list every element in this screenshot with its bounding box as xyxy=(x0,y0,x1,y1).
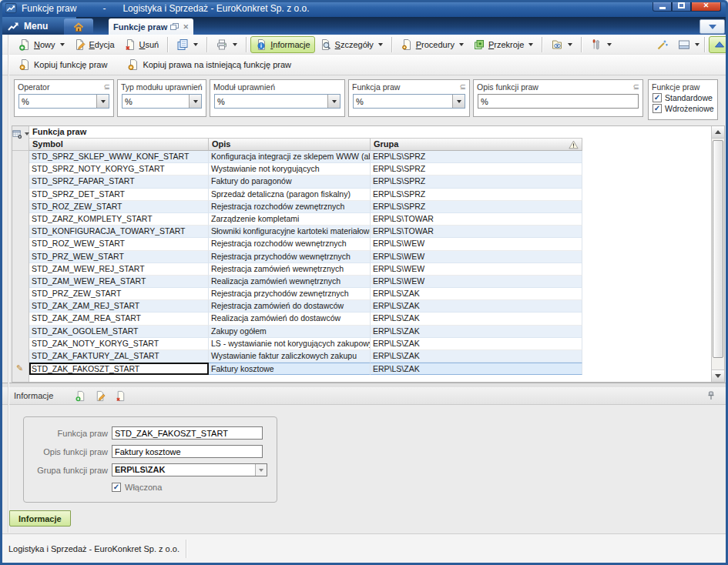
undock-tab-icon[interactable] xyxy=(170,23,178,30)
table-row[interactable]: STD_ZAK_FAKOSZT_STARTFaktury kosztoweERP… xyxy=(29,363,582,375)
chevron-down-icon[interactable] xyxy=(459,43,464,46)
dropdown-button[interactable] xyxy=(452,95,465,108)
grupa-funkcji-combo[interactable]: ERP\LS\ZAK xyxy=(112,463,267,476)
close-button[interactable]: ✕ xyxy=(691,0,721,12)
collapse-panel-button[interactable] xyxy=(709,36,728,53)
cell-symbol[interactable]: STD_ROZ_ZEW_START xyxy=(29,201,209,213)
cell-opis[interactable]: Sprzedaż detaliczna (paragon fiskalny) xyxy=(209,189,371,201)
module-filter-combo[interactable]: % xyxy=(214,94,341,109)
table-row[interactable]: STD_ZAK_OGOLEM_STARTZakupy ogółemERP\LS\… xyxy=(29,326,582,338)
home-tab[interactable] xyxy=(64,18,93,35)
tab-list-dropdown[interactable] xyxy=(699,19,725,34)
cell-symbol[interactable]: STD_SPRZ_NOTY_KORYG_START xyxy=(29,163,209,176)
column-header-grupa[interactable]: Grupa xyxy=(371,139,582,151)
grid-settings-button[interactable] xyxy=(12,126,29,151)
condition-icon[interactable]: ⊆ xyxy=(633,84,639,90)
table-row[interactable]: STD_ZAM_WEW_REJ_STARTRejestracja zamówie… xyxy=(29,263,582,276)
layout-button[interactable] xyxy=(673,36,704,53)
table-row[interactable]: STD_ZAK_ZAM_REA_STARTRealizacja zamówień… xyxy=(29,313,582,325)
cell-symbol[interactable]: STD_PRZ_ZEW_START xyxy=(29,288,209,300)
add-record-button[interactable] xyxy=(75,390,86,402)
cell-grupa[interactable]: ERP\LS\ZAK xyxy=(371,313,582,325)
copy-function-button[interactable]: Kopiuj funkcję praw xyxy=(14,56,112,73)
cell-grupa[interactable]: ERP\LS\SPRZ xyxy=(371,163,582,176)
grid-group-header[interactable]: Funkcja praw xyxy=(29,126,582,139)
chevron-down-icon[interactable] xyxy=(233,43,237,46)
delete-button[interactable]: Usuń xyxy=(119,36,164,53)
cell-opis[interactable]: Rejestracja przychodów wewnętrznych xyxy=(209,251,371,263)
new-button[interactable]: Nowy xyxy=(14,36,69,53)
table-row[interactable]: STD_ZAM_WEW_REA_STARTRealizacja zamówień… xyxy=(29,276,582,288)
cell-opis[interactable]: Zarządzenie kompletami xyxy=(209,213,371,226)
cell-opis[interactable]: Słowniki konfiguracyjne kartoteki materi… xyxy=(209,226,371,238)
print-button[interactable] xyxy=(211,36,242,53)
table-row[interactable]: STD_SPRZ_SKLEP_WWW_KONF_STARTKonfiguracj… xyxy=(29,151,582,163)
details-button[interactable]: Szczegóły xyxy=(315,36,387,53)
cell-symbol[interactable]: STD_ZAK_FAKOSZT_START xyxy=(29,363,209,375)
cell-grupa[interactable]: ERP\LS\ZAK xyxy=(371,338,582,350)
cell-grupa[interactable]: ERP\LS\ZAK xyxy=(371,363,582,375)
cell-opis[interactable]: Faktury kosztowe xyxy=(209,363,371,375)
table-row[interactable]: STD_KONFIGURACJA_TOWARY_STARTSłowniki ko… xyxy=(29,226,582,238)
cell-symbol[interactable]: STD_SPRZ_DET_START xyxy=(29,189,209,201)
cell-symbol[interactable]: STD_ZARZ_KOMPLETY_START xyxy=(29,213,209,226)
wlaczona-checkbox[interactable]: Włączona xyxy=(112,483,162,492)
maximize-button[interactable] xyxy=(672,0,691,12)
cell-opis[interactable]: Faktury do paragonów xyxy=(209,176,371,188)
cell-grupa[interactable]: ERP\LS\SPRZ xyxy=(371,176,582,188)
table-row[interactable]: STD_ROZ_ZEW_STARTRejestracja rozchodów z… xyxy=(29,201,582,213)
cell-grupa[interactable]: ERP\LS\WEW xyxy=(371,276,582,288)
module-type-filter-combo[interactable]: % xyxy=(122,94,202,109)
funkcja-praw-input[interactable] xyxy=(112,426,263,440)
chevron-down-icon[interactable] xyxy=(695,43,699,46)
filter-checkbox-standardowe[interactable]: Standardowe xyxy=(649,92,717,102)
cell-grupa[interactable]: ERP\LS\ZAK xyxy=(371,288,582,300)
column-header-symbol[interactable]: Symbol xyxy=(29,139,209,151)
cell-opis[interactable]: Realizacja zamówień wewnętrznych xyxy=(209,276,371,288)
table-row[interactable]: STD_ZAK_ZAM_REJ_STARTRejestracja zamówie… xyxy=(29,300,582,313)
scroll-down-button[interactable] xyxy=(712,369,724,382)
edit-record-button[interactable] xyxy=(95,390,106,402)
cell-opis[interactable]: Rejestracja zamówień do dostawców xyxy=(209,300,371,313)
table-row[interactable]: STD_SPRZ_DET_STARTSprzedaż detaliczna (p… xyxy=(29,189,582,201)
condition-icon[interactable]: ⊆ xyxy=(460,84,466,90)
delete-record-button[interactable] xyxy=(115,390,126,402)
table-row[interactable]: STD_ZAK_NOTY_KORYG_STARTLS - wystawianie… xyxy=(29,338,582,350)
preview-button[interactable] xyxy=(546,36,577,53)
scroll-thumb[interactable] xyxy=(713,140,723,358)
cell-symbol[interactable]: STD_SPRZ_SKLEP_WWW_KONF_START xyxy=(29,151,209,163)
tab-funkcje-praw[interactable]: Funkcje praw ✕ xyxy=(109,18,193,35)
column-header-opis[interactable]: Opis xyxy=(209,139,371,151)
cell-grupa[interactable]: ERP\LS\SPRZ xyxy=(371,151,582,163)
pin-icon[interactable] xyxy=(706,390,716,401)
cell-grupa[interactable]: ERP\LS\TOWAR xyxy=(371,213,582,226)
vertical-scrollbar[interactable] xyxy=(711,126,724,382)
chevron-down-icon[interactable] xyxy=(568,43,572,46)
cell-grupa[interactable]: ERP\LS\WEW xyxy=(371,238,582,250)
chevron-down-icon[interactable] xyxy=(528,43,533,46)
cell-opis[interactable]: Konfiguracja integracji ze sklepem WWW (… xyxy=(209,151,371,163)
function-filter-combo[interactable]: % xyxy=(353,94,465,109)
cell-opis[interactable]: Rejestracja rozchodów zewnętrznych xyxy=(209,201,371,213)
tools-button[interactable] xyxy=(585,36,616,53)
cell-grupa[interactable]: ERP\LS\WEW xyxy=(371,251,582,263)
cell-grupa[interactable]: ERP\LS\SPRZ xyxy=(371,189,582,201)
procedures-button[interactable]: Procedury xyxy=(396,36,468,53)
table-row[interactable]: STD_PRZ_ZEW_STARTRejestracja przychodów … xyxy=(29,288,582,300)
dropdown-button[interactable] xyxy=(189,95,201,108)
info-button[interactable]: Informacje xyxy=(250,36,314,53)
minimize-button[interactable] xyxy=(653,0,672,12)
wizard-button[interactable] xyxy=(652,36,673,53)
cell-symbol[interactable]: STD_SPRZ_FAPAR_START xyxy=(29,176,209,188)
cell-symbol[interactable]: STD_ZAM_WEW_REJ_START xyxy=(29,263,209,276)
cell-opis[interactable]: LS - wystawianie not korygujących zakupo… xyxy=(209,338,371,350)
dropdown-button[interactable] xyxy=(96,95,109,108)
condition-icon[interactable]: ⊆ xyxy=(104,84,110,90)
table-row[interactable]: STD_ROZ_WEW_STARTRejestracja rozchodów w… xyxy=(29,238,582,250)
cell-opis[interactable]: Realizacja zamówień do dostawców xyxy=(209,313,371,325)
cell-opis[interactable]: Rejestracja rozchodów wewnętrznych xyxy=(209,238,371,250)
edit-button[interactable]: Edycja xyxy=(69,36,119,53)
cell-symbol[interactable]: STD_KONFIGURACJA_TOWARY_START xyxy=(29,226,209,238)
cell-grupa[interactable]: ERP\LS\WEW xyxy=(371,263,582,276)
copy-button[interactable] xyxy=(172,36,203,53)
